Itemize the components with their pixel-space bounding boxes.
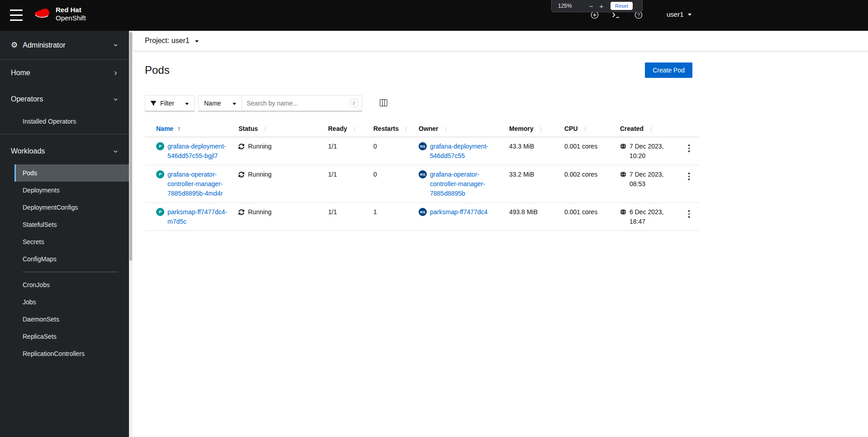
project-selector[interactable]: Project: user1 bbox=[133, 31, 868, 51]
zoom-in-button[interactable]: + bbox=[597, 3, 605, 10]
terminal-icon bbox=[612, 12, 620, 19]
column-header-name[interactable]: Name ↑ bbox=[156, 125, 238, 132]
sidebar-item-pods[interactable]: Pods bbox=[14, 164, 129, 182]
sort-ascending-icon: ↑ bbox=[177, 125, 181, 132]
table-row: P parksmap-ff7477dc4-m7d5c Running 1/1 1… bbox=[145, 203, 699, 231]
nav-menu-toggle-button[interactable] bbox=[10, 10, 23, 21]
pod-created: 7 Dec 2023, 10:20 bbox=[630, 142, 669, 161]
pod-status: Running bbox=[248, 170, 272, 179]
sidebar-section-workloads[interactable]: Workloads bbox=[0, 138, 129, 164]
search-input[interactable] bbox=[242, 95, 362, 111]
pod-memory: 33.2 MiB bbox=[509, 170, 564, 179]
filter-label: Filter bbox=[160, 100, 174, 107]
project-selector-label: Project: user1 bbox=[145, 37, 190, 45]
sidebar-item-installed-operators[interactable]: Installed Operators bbox=[0, 112, 129, 130]
pod-status: Running bbox=[248, 207, 272, 217]
pod-cpu: 0.001 cores bbox=[564, 142, 620, 151]
sidebar-item-replicationcontrollers[interactable]: ReplicationControllers bbox=[0, 345, 129, 362]
filter-dropdown[interactable]: Filter bbox=[145, 95, 195, 111]
zoom-level: 125% bbox=[558, 3, 572, 9]
chevron-right-icon bbox=[113, 71, 118, 76]
create-pod-button[interactable]: Create Pod bbox=[645, 62, 692, 78]
sortable-icon: ↕ bbox=[353, 125, 356, 132]
kebab-menu-button[interactable] bbox=[685, 208, 693, 220]
caret-down-icon bbox=[688, 14, 692, 16]
sortable-icon: ↕ bbox=[649, 125, 653, 132]
owner-link[interactable]: parksmap-ff7477dc4 bbox=[430, 207, 487, 217]
sortable-icon: ↕ bbox=[584, 125, 587, 132]
zoom-reset-button[interactable]: Reset bbox=[610, 2, 633, 10]
kebab-menu-button[interactable] bbox=[685, 142, 693, 154]
chevron-down-icon bbox=[113, 97, 118, 102]
list-toolbar: Filter Name / bbox=[145, 95, 868, 111]
replicaset-badge: RS bbox=[419, 142, 427, 150]
sync-icon bbox=[238, 172, 244, 178]
search-attribute-dropdown[interactable]: Name bbox=[198, 95, 242, 111]
globe-icon bbox=[620, 171, 626, 178]
caret-down-icon bbox=[195, 40, 199, 43]
pod-created: 7 Dec 2023, 08:53 bbox=[630, 170, 669, 189]
table-header-row: Name ↑ Status ↕ Ready ↕ Restarts ↕ bbox=[145, 120, 699, 137]
user-menu[interactable]: user1 bbox=[667, 10, 692, 18]
chevron-down-icon bbox=[113, 43, 118, 48]
sidebar-scrollbar[interactable] bbox=[129, 31, 133, 437]
brand-line1: Red Hat bbox=[56, 6, 86, 14]
pod-restarts: 0 bbox=[373, 170, 419, 179]
page-title: Pods bbox=[145, 62, 170, 77]
sidebar-item-secrets[interactable]: Secrets bbox=[0, 233, 129, 250]
pod-badge: P bbox=[156, 208, 164, 216]
sidebar-item-statefulsets[interactable]: StatefulSets bbox=[0, 216, 129, 233]
browser-zoom-popup: 125% − + Reset bbox=[551, 0, 643, 12]
pod-name-link[interactable]: grafana-operator-controller-manager-7885… bbox=[167, 170, 232, 198]
owner-link[interactable]: grafana-deployment-546dd57c55 bbox=[430, 142, 494, 161]
sidebar-item-jobs[interactable]: Jobs bbox=[0, 293, 129, 311]
sidebar-item-cronjobs[interactable]: CronJobs bbox=[0, 276, 129, 293]
filter-icon bbox=[151, 101, 156, 106]
sidebar-nav: ⚙ Administrator Home Operators Installed… bbox=[0, 31, 129, 437]
column-management-button[interactable] bbox=[378, 98, 389, 109]
help-button[interactable]: ? bbox=[634, 11, 643, 20]
pod-ready: 1/1 bbox=[328, 142, 373, 151]
hamburger-icon bbox=[10, 10, 23, 11]
keyboard-shortcut-hint: / bbox=[350, 99, 358, 107]
brand-line2: OpenShift bbox=[56, 14, 86, 22]
sidebar-scrollbar-thumb[interactable] bbox=[129, 32, 132, 261]
web-terminal-button[interactable] bbox=[612, 12, 620, 20]
pod-name-link[interactable]: parksmap-ff7477dc4-m7d5c bbox=[167, 207, 232, 226]
pod-memory: 493.8 MiB bbox=[509, 207, 564, 217]
replicaset-badge: RS bbox=[419, 170, 427, 178]
perspective-label: Administrator bbox=[23, 41, 113, 49]
sidebar-item-replicasets[interactable]: ReplicaSets bbox=[0, 328, 129, 345]
sidebar-item-configmaps[interactable]: ConfigMaps bbox=[0, 250, 129, 268]
sidebar-item-deploymentconfigs[interactable]: DeploymentConfigs bbox=[0, 199, 129, 216]
kebab-menu-button[interactable] bbox=[685, 170, 693, 182]
quick-create-button[interactable] bbox=[591, 11, 599, 20]
pod-restarts: 0 bbox=[373, 142, 419, 151]
sortable-icon: ↕ bbox=[405, 125, 408, 132]
pod-restarts: 1 bbox=[373, 207, 419, 217]
column-header-memory[interactable]: Memory ↕ bbox=[509, 125, 564, 132]
pod-name-link[interactable]: grafana-deployment-546dd57c55-bgjl7 bbox=[167, 142, 232, 161]
search-attribute-label: Name bbox=[204, 100, 221, 107]
perspective-switcher[interactable]: ⚙ Administrator bbox=[0, 31, 129, 60]
redhat-openshift-logo[interactable]: Red Hat OpenShift bbox=[34, 6, 86, 22]
column-header-status[interactable]: Status ↕ bbox=[238, 125, 328, 132]
zoom-out-button[interactable]: − bbox=[587, 3, 595, 10]
sidebar-section-operators[interactable]: Operators bbox=[0, 86, 129, 112]
sidebar-section-home[interactable]: Home bbox=[0, 60, 129, 86]
sortable-icon: ↕ bbox=[444, 125, 448, 132]
pod-ready: 1/1 bbox=[328, 207, 373, 217]
column-header-cpu[interactable]: CPU ↕ bbox=[564, 125, 620, 132]
masthead: Red Hat OpenShift 125% − + Reset bbox=[0, 0, 868, 31]
sidebar-item-daemonsets[interactable]: DaemonSets bbox=[0, 311, 129, 328]
column-header-owner[interactable]: Owner ↕ bbox=[419, 125, 509, 132]
column-header-created[interactable]: Created ↕ bbox=[620, 125, 679, 132]
owner-link[interactable]: grafana-operator-controller-manager-7885… bbox=[430, 170, 494, 198]
sortable-icon: ↕ bbox=[264, 125, 267, 132]
openshift-console: Red Hat OpenShift 125% − + Reset bbox=[0, 0, 868, 437]
column-header-restarts[interactable]: Restarts ↕ bbox=[373, 125, 419, 132]
sidebar-item-deployments[interactable]: Deployments bbox=[0, 182, 129, 199]
globe-icon bbox=[620, 209, 626, 215]
pod-badge: P bbox=[156, 142, 164, 150]
column-header-ready[interactable]: Ready ↕ bbox=[328, 125, 373, 132]
